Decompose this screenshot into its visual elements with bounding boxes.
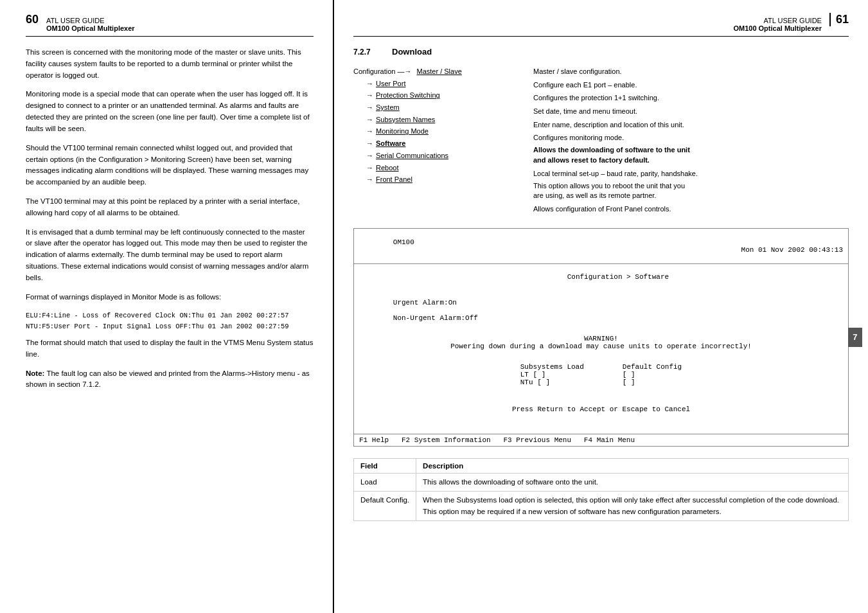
nav-tree: Configuration —→ Master / Slave → User P… xyxy=(353,66,849,217)
description-table: Field Description Load This allows the d… xyxy=(353,458,849,521)
arrow: → xyxy=(366,89,373,102)
item-label: Protection Switching xyxy=(376,89,440,102)
left-column: 60 ATL USER GUIDE OM100 Optical Multiple… xyxy=(0,0,334,613)
right-header: ATL USER GUIDE OM100 Optical Multiplexer… xyxy=(353,13,849,37)
table-desc-2: When the Subsystems load option is selec… xyxy=(416,492,849,521)
nav-item-system: → System xyxy=(353,102,533,114)
root-label: Master / Slave xyxy=(417,66,462,78)
para-4: The VT100 terminal may at this point be … xyxy=(26,196,314,219)
para-1: This screen is concerned with the monito… xyxy=(26,47,314,81)
after-code-2-text: The fault log can also be viewed and pri… xyxy=(26,369,310,389)
item-label: User Port xyxy=(376,78,405,90)
terminal-status-bar: F1 Help F2 System Information F3 Previou… xyxy=(354,434,848,446)
warning-text: Powering down during a download may caus… xyxy=(359,342,843,350)
arrow: → xyxy=(366,173,373,186)
warning-heading: WARNING! xyxy=(359,335,843,342)
desc-serial-comms: Local terminal set-up – baud rate, parit… xyxy=(533,168,849,180)
terminal-model: OM100 xyxy=(393,238,414,246)
terminal-screen: OM100 Mon 01 Nov 2002 00:43:13 Configura… xyxy=(353,228,849,447)
arrow: → xyxy=(366,138,373,150)
desc-system: Set date, time and menu timeout. xyxy=(533,105,849,118)
nav-item-user-port: → User Port xyxy=(353,78,533,90)
arrow: → xyxy=(366,125,373,138)
default-config-section: Default Config [ ] [ ] xyxy=(623,363,682,386)
terminal-center: Subsystems Load LT [ ] NTu [ ] Default C… xyxy=(359,363,843,386)
item-label: Reboot xyxy=(376,162,398,174)
arrow: → xyxy=(366,114,373,126)
nav-item-serial-comms: → Serial Communications xyxy=(353,150,533,162)
arrow: → xyxy=(366,78,373,90)
root-arrow: Configuration —→ xyxy=(353,66,412,78)
header-title-right: ATL USER GUIDE OM100 Optical Multiplexer xyxy=(733,17,822,32)
section-number: 7.2.7 xyxy=(353,48,379,57)
table-row: Load This allows the downloading of soft… xyxy=(354,474,849,492)
tab-7: 7 xyxy=(848,328,862,347)
desc-front-panel: Allows configuration of Front Panel cont… xyxy=(533,203,849,215)
arrow: → xyxy=(366,162,373,174)
item-label: Serial Communications xyxy=(376,150,448,162)
desc-subsystem-names: Enter name, description and location of … xyxy=(533,119,849,131)
desc-monitoring-mode: Configures monitoring mode. xyxy=(533,132,849,144)
nav-tree-left: Configuration —→ Master / Slave → User P… xyxy=(353,66,533,217)
item-label: Monitoring Mode xyxy=(376,125,429,138)
para-6: Format of warnings displayed in Monitor … xyxy=(26,292,314,303)
table-header-desc: Description xyxy=(416,459,849,474)
nav-item-monitoring-mode: → Monitoring Mode xyxy=(353,125,533,138)
table-desc-1: This allows the downloading of software … xyxy=(416,474,849,492)
terminal-datetime: Mon 01 Nov 2002 00:43:13 xyxy=(741,246,843,254)
nav-item-subsystem-names: → Subsystem Names xyxy=(353,114,533,126)
item-label: Subsystem Names xyxy=(376,114,435,126)
subsystems-section: Subsystems Load LT [ ] NTu [ ] xyxy=(520,363,584,386)
section-heading: 7.2.7 Download xyxy=(353,47,849,57)
left-header: 60 ATL USER GUIDE OM100 Optical Multiple… xyxy=(26,13,314,37)
para-3: Should the VT100 terminal remain connect… xyxy=(26,143,314,188)
section-title: Download xyxy=(392,47,432,57)
para-2: Monitoring mode is a special mode that c… xyxy=(26,89,314,134)
item-label: System xyxy=(376,102,400,114)
code-block: ELU:F4:Line - Loss of Recovered Clock ON… xyxy=(26,310,314,332)
header-title-left: ATL USER GUIDE OM100 Optical Multiplexer xyxy=(46,17,135,32)
note-label: Note: xyxy=(26,369,44,377)
code-line-1: ELU:F4:Line - Loss of Recovered Clock ON… xyxy=(26,310,314,321)
desc-reboot: This option allows you to reboot the uni… xyxy=(533,181,849,201)
nav-root: Configuration —→ Master / Slave xyxy=(353,66,533,78)
nav-item-front-panel: → Front Panel xyxy=(353,173,533,186)
accept-line: Press Return to Accept or Escape to Canc… xyxy=(359,405,843,413)
desc-user-port: Configure each E1 port – enable. xyxy=(533,79,849,91)
nav-item-reboot: → Reboot xyxy=(353,162,533,174)
table-field-2: Default Config. xyxy=(354,492,416,521)
arrow: → xyxy=(366,150,373,162)
para-5: It is envisaged that a dumb terminal may… xyxy=(26,227,314,284)
page-number-left: 60 xyxy=(26,13,39,26)
nav-item-software: → Software xyxy=(353,138,533,150)
arrow: → xyxy=(366,102,373,114)
left-body: This screen is concerned with the monito… xyxy=(26,47,314,391)
item-label: Front Panel xyxy=(376,173,412,186)
terminal-top-bar: OM100 Mon 01 Nov 2002 00:43:13 xyxy=(354,229,848,264)
item-label: Software xyxy=(376,138,405,150)
table-row: Default Config. When the Subsystems load… xyxy=(354,492,849,521)
desc-root: Master / slave configuration. xyxy=(533,66,849,78)
right-column: ATL USER GUIDE OM100 Optical Multiplexer… xyxy=(334,0,868,613)
nav-tree-right: Master / slave configuration. Configure … xyxy=(533,66,849,217)
desc-protection: Configures the protection 1+1 switching. xyxy=(533,92,849,104)
desc-software: Allows the downloading of software to th… xyxy=(533,145,849,165)
terminal-alarm-line: Urgent Alarm:On Non-Urgent Alarm:Off xyxy=(354,290,848,331)
after-code-2: Note: The fault log can also be viewed a… xyxy=(26,368,314,391)
nav-item-protection: → Protection Switching xyxy=(353,89,533,102)
table-field-1: Load xyxy=(354,474,416,492)
after-code-1: The format should match that used to dis… xyxy=(26,337,314,360)
code-line-2: NTU:F5:User Port - Input Signal Loss OFF… xyxy=(26,321,314,332)
terminal-menu-path: Configuration > Software xyxy=(354,264,848,290)
table-header-field: Field xyxy=(354,459,416,474)
terminal-body: WARNING! Powering down during a download… xyxy=(354,331,848,434)
page-number-right: 61 xyxy=(829,13,849,26)
